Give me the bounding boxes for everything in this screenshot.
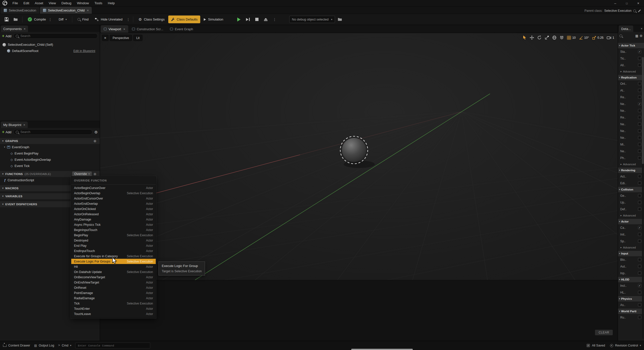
- property-checkbox[interactable]: [638, 233, 641, 236]
- rotation-snap-button[interactable]: 10°: [578, 35, 590, 40]
- asset-tab[interactable]: SelectiveExecution: [1, 7, 39, 14]
- override-menu-item[interactable]: BeginPlay Selective Execution: [71, 232, 156, 238]
- maximize-button[interactable]: □: [621, 0, 632, 6]
- debug-object-dropdown[interactable]: No debug object selected: [289, 16, 335, 23]
- details-section-header[interactable]: Actor: [618, 218, 644, 224]
- property-checkbox[interactable]: [638, 182, 641, 185]
- rotate-tool-button[interactable]: [537, 35, 542, 40]
- save-button[interactable]: [2, 16, 11, 23]
- add-component-button[interactable]: + Add: [2, 34, 11, 38]
- edit-in-blueprint-link[interactable]: Edit in Blueprint: [73, 49, 95, 53]
- close-panel-icon[interactable]: ×: [24, 27, 26, 31]
- play-button[interactable]: [235, 16, 242, 23]
- event-graph-item[interactable]: EventGraph: [0, 144, 100, 150]
- menu-item[interactable]: Asset: [32, 0, 46, 6]
- property-checkbox[interactable]: [638, 64, 641, 67]
- event-item[interactable]: Event BeginPlay: [0, 150, 100, 156]
- details-section-header[interactable]: Physics: [618, 296, 644, 302]
- property-checkbox[interactable]: [638, 240, 641, 243]
- override-menu-item[interactable]: TouchLeave Actor: [71, 311, 156, 316]
- property-checkbox[interactable]: [638, 226, 641, 229]
- override-menu-item[interactable]: ActorBeginCursorOver Actor: [71, 185, 156, 190]
- close-panel-icon[interactable]: ×: [640, 27, 642, 30]
- event-item[interactable]: Event ActorBeginOverlap: [0, 156, 100, 163]
- override-menu-item[interactable]: OnEndViewTarget Actor: [71, 280, 156, 285]
- class-defaults-button[interactable]: Class Defaults: [168, 16, 200, 23]
- menu-item[interactable]: View: [46, 0, 59, 6]
- eject-button[interactable]: [262, 16, 270, 23]
- property-checkbox[interactable]: [638, 143, 641, 146]
- toolbar-options-icon[interactable]: ⋮: [126, 18, 130, 22]
- add-blueprint-item-button[interactable]: + Add: [2, 130, 11, 134]
- scale-tool-button[interactable]: [544, 35, 550, 40]
- property-checkbox[interactable]: [638, 303, 641, 306]
- add-graph-icon[interactable]: ⊕: [94, 139, 96, 143]
- property-checkbox[interactable]: [638, 208, 641, 211]
- panel-tab[interactable]: Viewport: [101, 25, 128, 33]
- scrollbar[interactable]: [642, 57, 644, 339]
- override-menu-item[interactable]: End Play Actor: [71, 243, 156, 248]
- my-blueprint-search[interactable]: [13, 129, 92, 135]
- override-menu-item[interactable]: AnyDamage Actor: [71, 217, 156, 222]
- menu-item[interactable]: Help: [105, 0, 118, 6]
- world-coordinate-button[interactable]: [552, 35, 557, 40]
- property-checkbox[interactable]: [638, 129, 641, 132]
- diff-button[interactable]: Diff: [56, 16, 70, 23]
- component-scene-root-item[interactable]: DefaultSceneRoot Edit in Blueprint: [0, 48, 100, 54]
- override-menu-item[interactable]: Destroyed Actor: [71, 238, 156, 243]
- gear-icon[interactable]: ⚙: [94, 130, 98, 134]
- scale-snap-button[interactable]: 0.25: [592, 35, 604, 40]
- advanced-expander[interactable]: Advanced: [618, 68, 644, 74]
- property-checkbox[interactable]: [638, 316, 641, 319]
- compile-button[interactable]: Compile ⋮: [25, 15, 55, 24]
- lit-button[interactable]: Lit: [133, 35, 142, 41]
- panel-tab[interactable]: Construction Scr...: [129, 25, 166, 33]
- property-checkbox[interactable]: [638, 201, 641, 204]
- override-dropdown-button[interactable]: Override: [72, 172, 92, 176]
- property-checkbox[interactable]: [638, 156, 641, 160]
- search-icon[interactable]: [633, 10, 636, 12]
- property-checkbox[interactable]: [638, 116, 641, 119]
- details-section-header[interactable]: World Parti: [618, 308, 644, 314]
- property-checkbox[interactable]: [638, 102, 641, 106]
- graphs-section-header[interactable]: GRAPHS ⊕: [0, 138, 100, 144]
- override-menu-item[interactable]: Tick Selective Execution: [71, 301, 156, 306]
- property-checkbox[interactable]: [638, 50, 641, 53]
- details-section-header[interactable]: Rendering: [618, 167, 644, 173]
- scrollbar-thumb[interactable]: [642, 57, 644, 164]
- property-checkbox[interactable]: [638, 96, 641, 99]
- hide-unrelated-button[interactable]: Hide Unrelated: [92, 16, 125, 23]
- property-checkbox[interactable]: [638, 109, 641, 112]
- override-menu-item[interactable]: ActorOnClicked Actor: [71, 206, 156, 212]
- perspective-button[interactable]: Perspective: [110, 35, 132, 41]
- override-menu-item[interactable]: On Datahub Update Selective Execution: [71, 269, 156, 274]
- compile-options-icon[interactable]: ⋮: [48, 18, 52, 22]
- menu-item[interactable]: Tools: [92, 0, 105, 6]
- close-tab-icon[interactable]: [87, 8, 89, 12]
- property-checkbox[interactable]: [638, 291, 641, 294]
- viewport-canvas[interactable]: ≡ Perspective Lit: [100, 33, 618, 280]
- output-log-button[interactable]: ▤ Output Log: [34, 344, 54, 347]
- content-drawer-button[interactable]: Content Drawer: [3, 344, 30, 347]
- override-menu-item[interactable]: ActorBeginOverlap Selective Execution: [71, 190, 156, 196]
- close-panel-icon[interactable]: ×: [23, 123, 25, 127]
- move-tool-button[interactable]: [529, 35, 534, 40]
- components-search-input[interactable]: [20, 34, 95, 38]
- stop-button[interactable]: [253, 16, 260, 23]
- override-menu-item[interactable]: BeginInputTouch Actor: [71, 227, 156, 232]
- advanced-expander[interactable]: Advanced: [618, 212, 644, 218]
- select-tool-button[interactable]: [522, 35, 527, 40]
- details-section-header[interactable]: Actor Tick: [618, 42, 644, 48]
- property-checkbox[interactable]: [638, 258, 641, 261]
- menu-item[interactable]: Edit: [21, 0, 32, 6]
- viewport-options-button[interactable]: ≡: [102, 35, 108, 41]
- camera-speed-button[interactable]: 1: [606, 35, 615, 40]
- property-checkbox[interactable]: [638, 57, 641, 60]
- clear-button[interactable]: CLEAR: [595, 330, 613, 335]
- property-checkbox[interactable]: [638, 284, 641, 287]
- advanced-expander[interactable]: Advanced: [618, 244, 644, 250]
- cmd-dropdown-button[interactable]: > Cmd: [58, 344, 72, 347]
- browse-debug-object-button[interactable]: [336, 16, 344, 23]
- panel-tab[interactable]: Event Graph: [167, 25, 196, 33]
- console-command-input[interactable]: [75, 342, 150, 348]
